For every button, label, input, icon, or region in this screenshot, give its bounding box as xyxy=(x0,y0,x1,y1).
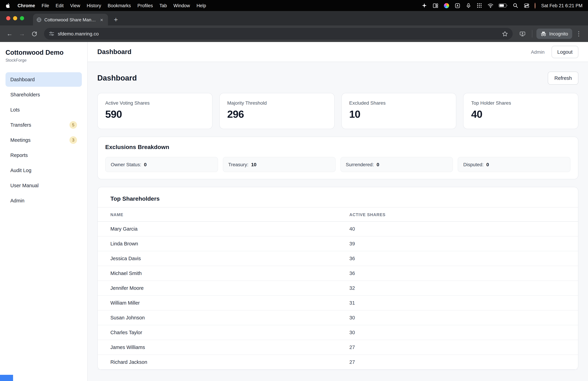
sidebar-item[interactable]: Transfers 5 xyxy=(5,118,82,132)
exclusion-value: 0 xyxy=(486,162,489,167)
sidebar-item[interactable]: Meetings 3 xyxy=(5,133,82,147)
logout-button[interactable]: Logout xyxy=(551,45,578,58)
reload-button[interactable] xyxy=(29,28,40,39)
stat-label: Top Holder Shares xyxy=(471,100,571,106)
exclusion-label: Surrendered: xyxy=(346,162,374,167)
browser-menu-icon[interactable]: ⋮ xyxy=(574,30,584,38)
shareholder-name: James Williams xyxy=(110,344,349,350)
sidebar-item[interactable]: Dashboard xyxy=(5,72,82,87)
refresh-button[interactable]: Refresh xyxy=(548,72,578,85)
stat-card: Active Voting Shares 590 xyxy=(97,93,212,129)
exclusion-item: Treasury: 10 xyxy=(223,157,336,172)
menubar-clock[interactable]: Sat Feb 21 6:21 PM xyxy=(541,3,583,8)
forward-button[interactable]: → xyxy=(17,28,27,39)
table-row: Mary Garcia 40 xyxy=(98,222,578,236)
window-controls xyxy=(6,11,24,25)
column-header-name: Name xyxy=(110,212,349,217)
incognito-label: Incognito xyxy=(549,31,568,36)
toolbar-separator xyxy=(532,30,532,38)
send-to-device-icon[interactable] xyxy=(517,28,528,39)
shareholder-name: Jessica Davis xyxy=(110,256,349,261)
control-center-icon[interactable] xyxy=(524,2,529,8)
table-row: Susan Johnson 30 xyxy=(98,311,578,325)
sidebar-item-label: Admin xyxy=(10,198,24,203)
back-button[interactable]: ← xyxy=(4,28,15,39)
menubar-item[interactable]: Bookmarks xyxy=(108,3,131,8)
exclusions-title: Exclusions Breakdown xyxy=(105,144,570,151)
stat-label: Excluded Shares xyxy=(349,100,449,106)
sidebar-item[interactable]: Admin xyxy=(5,193,82,208)
sidebar-item-label: Transfers xyxy=(10,122,31,128)
wifi-icon[interactable] xyxy=(488,2,493,8)
table-header: Name Active Shares xyxy=(98,207,578,222)
sidebar-item-label: Dashboard xyxy=(10,77,35,82)
battery-icon[interactable] xyxy=(499,2,507,8)
sparkle-icon[interactable] xyxy=(421,2,427,8)
column-header-shares: Active Shares xyxy=(349,212,565,217)
browser-tab[interactable]: Cottonwood Share Manager × xyxy=(33,14,108,25)
shareholder-name: Susan Johnson xyxy=(110,315,349,320)
exclusion-item: Owner Status: 0 xyxy=(105,157,218,172)
stat-value: 590 xyxy=(105,108,205,120)
zoom-window-button[interactable] xyxy=(20,16,24,20)
text-capture-icon[interactable] xyxy=(455,2,461,8)
sidebar-item-label: Audit Log xyxy=(10,168,31,173)
dictation-icon[interactable] xyxy=(466,2,471,8)
app-header: Dashboard Admin Logout xyxy=(88,42,588,62)
apps-grid-icon[interactable] xyxy=(477,2,483,8)
incognito-badge[interactable]: Incognito xyxy=(536,29,572,39)
sidebar-item[interactable]: Lots xyxy=(5,103,82,117)
menubar-item[interactable]: File xyxy=(42,3,49,8)
menubar-item[interactable]: Help xyxy=(196,3,206,8)
apple-icon[interactable] xyxy=(5,3,11,8)
sidebar-item[interactable]: Shareholders xyxy=(5,88,82,102)
url-text: sfdemo.manring.co xyxy=(58,31,99,37)
shareholder-name: Mary Garcia xyxy=(110,226,349,232)
browser-toolbar: ← → sfdemo.manring.co Incognito ⋮ xyxy=(0,25,588,42)
color-wheel-icon[interactable] xyxy=(443,2,449,8)
tab-strip: Cottonwood Share Manager × + xyxy=(0,11,588,25)
shareholder-name: Richard Jackson xyxy=(110,359,349,365)
site-settings-icon[interactable] xyxy=(49,31,54,37)
menubar-item[interactable]: View xyxy=(70,3,80,8)
sidebar-nav: Dashboard Shareholders Lots Tran xyxy=(5,72,82,208)
stat-label: Active Voting Shares xyxy=(105,100,205,106)
shareholder-name: Michael Smith xyxy=(110,270,349,276)
table-row: Jessica Davis 36 xyxy=(98,251,578,266)
menubar-item[interactable]: Chrome xyxy=(18,3,35,8)
search-icon[interactable] xyxy=(513,2,519,8)
minimize-window-button[interactable] xyxy=(13,16,17,20)
shareholder-shares: 36 xyxy=(349,270,565,276)
sidebar-item[interactable]: Reports xyxy=(5,148,82,162)
sidebar-item[interactable]: User Manual xyxy=(5,178,82,193)
new-tab-button[interactable]: + xyxy=(111,14,121,25)
app-subtitle: StockForge xyxy=(5,58,82,63)
menubar-item[interactable]: Profiles xyxy=(137,3,153,8)
table-row: Charles Taylor 30 xyxy=(98,325,578,340)
shareholder-name: Linda Brown xyxy=(110,241,349,247)
close-window-button[interactable] xyxy=(6,16,10,20)
table-row: William Miller 31 xyxy=(98,296,578,311)
menubar-item[interactable]: Edit xyxy=(56,3,64,8)
tab-title: Cottonwood Share Manager xyxy=(44,17,96,22)
stat-value: 10 xyxy=(349,108,449,120)
stat-cards: Active Voting Shares 590 Majority Thresh… xyxy=(97,93,578,129)
user-avatar[interactable] xyxy=(535,3,535,8)
window-manager-icon[interactable] xyxy=(433,2,439,8)
bookmark-star-icon[interactable] xyxy=(502,31,508,37)
shareholder-shares: 39 xyxy=(349,241,565,247)
shareholder-shares: 27 xyxy=(349,359,565,365)
table-title: Top Shareholders xyxy=(98,196,578,202)
address-bar[interactable]: sfdemo.manring.co xyxy=(44,28,513,40)
tab-close-icon[interactable]: × xyxy=(99,16,105,23)
menubar-item[interactable]: Window xyxy=(173,3,190,8)
menubar-item[interactable]: Tab xyxy=(159,3,167,8)
dashboard-content: Dashboard Refresh Active Voting Shares 5… xyxy=(88,62,588,381)
sidebar-item[interactable]: Audit Log xyxy=(5,163,82,178)
sidebar: Cottonwood Demo StockForge Dashboard Sha… xyxy=(0,42,88,381)
menubar-item[interactable]: History xyxy=(87,3,101,8)
stat-value: 40 xyxy=(471,108,571,120)
top-shareholders-panel: Top Shareholders Name Active Shares Mary… xyxy=(97,187,578,370)
exclusion-label: Disputed: xyxy=(463,162,484,167)
shareholder-shares: 36 xyxy=(349,256,565,261)
